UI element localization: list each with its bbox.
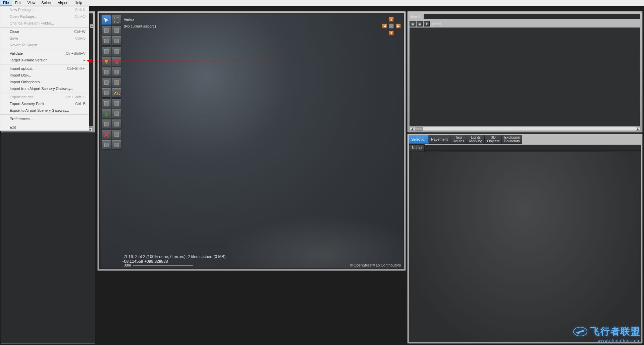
scale-label: 30m: [124, 263, 131, 267]
svg-rect-11: [104, 70, 108, 74]
taxiway-tool[interactable]: [101, 26, 111, 35]
scroll-right-button[interactable]: ▶: [636, 127, 640, 131]
menu-help[interactable]: Help: [71, 0, 85, 6]
jetway-tool[interactable]: [101, 140, 111, 150]
vertex-tool[interactable]: [101, 15, 111, 25]
name-label: Name: [409, 144, 425, 151]
sign-tool[interactable]: [112, 46, 121, 56]
svg-rect-6: [115, 49, 119, 53]
viewport-title: Vertex: [124, 16, 156, 23]
tab-routes[interactable]: TaxiRoutes: [450, 135, 467, 144]
scroll-left-button[interactable]: ◀: [410, 127, 414, 131]
menu-item-export-to-airport-scenery-gateway[interactable]: Export to Airport Scenery Gateway...: [0, 107, 89, 114]
map-viewport[interactable]: ATC Vertex (No current airport.) ▲ ▼ ◀ ▶…: [99, 13, 404, 269]
filter-dropdown-icon[interactable]: ▼: [424, 21, 430, 27]
name-field[interactable]: [425, 145, 641, 151]
cone-tool[interactable]: [112, 67, 121, 77]
menu-file[interactable]: File: [0, 0, 12, 6]
panel-collapse-handle[interactable]: ⇆: [90, 24, 94, 28]
svg-rect-3: [104, 39, 108, 43]
file-menu-dropdown: New Package...Ctrl+NOpen Package...Ctrl+…: [0, 6, 89, 131]
atc-tool[interactable]: ATC: [112, 88, 121, 98]
menu-item-import-apt-dat[interactable]: Import apt.dat...Ctrl+Shift+I: [0, 65, 89, 72]
menu-item-target-x-plane-version[interactable]: Target X-Plane Version: [0, 57, 89, 63]
library-tree[interactable]: [410, 28, 640, 126]
svg-rect-18: [115, 101, 119, 105]
hydrant-tool[interactable]: [112, 57, 121, 66]
pan-center-button[interactable]: ·: [389, 23, 394, 29]
menu-item-export-apt-dat: Export apt.dat...Ctrl+Shift+S: [0, 94, 89, 100]
menu-separator: [0, 93, 89, 93]
menu-separator: [0, 123, 89, 123]
polygon-tool[interactable]: [112, 119, 121, 129]
menu-item-preferences[interactable]: Preferences...: [0, 115, 89, 122]
tower-tool[interactable]: [101, 78, 111, 87]
zoom-status: ZL16: 2 of 2 (100% done, 0 errors). 2 ti…: [124, 254, 225, 259]
pan-right-button[interactable]: ▶: [396, 23, 401, 29]
facade-tool[interactable]: [112, 98, 121, 108]
aircraft-tool[interactable]: [112, 78, 121, 87]
menu-item-open-package: Open Package...Ctrl+O: [0, 13, 89, 20]
menu-item-import-orthophoto[interactable]: Import Orthophoto...: [0, 79, 89, 85]
library-hscroll[interactable]: ◀ ▶: [410, 127, 640, 131]
properties-detail: [409, 151, 641, 342]
pan-left-button[interactable]: ◀: [382, 23, 387, 29]
delete-tool[interactable]: [101, 130, 111, 139]
svg-rect-2: [115, 29, 119, 33]
bezier-tool[interactable]: [101, 46, 111, 56]
light-tool[interactable]: [101, 57, 111, 66]
stairs-tool[interactable]: [112, 130, 121, 139]
viewport-info: Vertex (No current airport.): [124, 16, 156, 30]
line-tool[interactable]: [101, 119, 111, 129]
tab-objects[interactable]: 3DObjects: [485, 135, 502, 144]
svg-rect-14: [115, 81, 119, 85]
svg-rect-15: [104, 91, 108, 95]
search-label: Search:: [410, 14, 422, 18]
properties-panel: SelectionPavementTaxiRoutesLightsMarking…: [407, 134, 643, 344]
menu-item-close[interactable]: CloseCtrl+W: [0, 28, 89, 35]
menu-item-exit[interactable]: Exit: [0, 124, 89, 131]
menu-item-import-from-airport-scenery-gateway[interactable]: Import from Airport Scenery Gateway...: [0, 85, 89, 92]
svg-rect-8: [106, 62, 107, 64]
filter-photo-icon[interactable]: ◉: [417, 21, 423, 27]
runway-mark-tool[interactable]: [101, 88, 111, 98]
marquee-tool[interactable]: [112, 15, 121, 25]
wall-tool[interactable]: [101, 98, 111, 108]
menu-item-import-dsf[interactable]: Import DSF...: [0, 72, 89, 79]
menu-item-save: SaveCtrl+S: [0, 35, 89, 42]
filter-camera-icon[interactable]: ▣: [410, 21, 416, 27]
tab-marking[interactable]: LightsMarking: [467, 135, 485, 144]
svg-rect-21: [115, 122, 119, 126]
tab-boundary[interactable]: ExclusionBoundary: [502, 135, 522, 144]
tree-tool[interactable]: [101, 109, 111, 118]
menu-separator: [0, 114, 89, 115]
menu-airport[interactable]: Airport: [55, 0, 71, 6]
menu-edit[interactable]: Edit: [12, 0, 24, 6]
menu-item-export-scenery-pack[interactable]: Export Scenery PackCtrl+B: [0, 100, 89, 107]
point-tool[interactable]: [112, 109, 121, 118]
menu-select[interactable]: Select: [38, 0, 55, 6]
pan-down-button[interactable]: ▼: [389, 31, 394, 36]
svg-rect-24: [115, 143, 119, 147]
windsock-tool[interactable]: [101, 67, 111, 77]
svg-text:ATC: ATC: [114, 91, 120, 95]
search-input[interactable]: [424, 14, 640, 19]
svg-point-7: [105, 60, 108, 62]
menu-view[interactable]: View: [24, 0, 39, 6]
truck-tool[interactable]: [112, 140, 121, 150]
viewport-subtitle: (No current airport.): [124, 23, 156, 30]
menu-separator: [0, 64, 89, 64]
overlay-tool[interactable]: [101, 36, 111, 46]
menu-item-validate[interactable]: ValidateCtrl+Shift+V: [0, 50, 89, 57]
beacon-tool[interactable]: [112, 26, 121, 35]
menu-item-new-package: New Package...Ctrl+N: [0, 6, 89, 13]
svg-rect-10: [115, 61, 118, 62]
svg-rect-0: [114, 18, 119, 22]
pan-up-button[interactable]: ▲: [389, 17, 394, 22]
scroll-thumb[interactable]: [415, 127, 423, 131]
svg-rect-4: [115, 39, 119, 43]
crossing-tool[interactable]: [112, 36, 121, 46]
tab-selection[interactable]: Selection: [409, 135, 429, 144]
tab-pavement[interactable]: Pavement: [429, 135, 450, 144]
svg-rect-22: [115, 133, 119, 137]
